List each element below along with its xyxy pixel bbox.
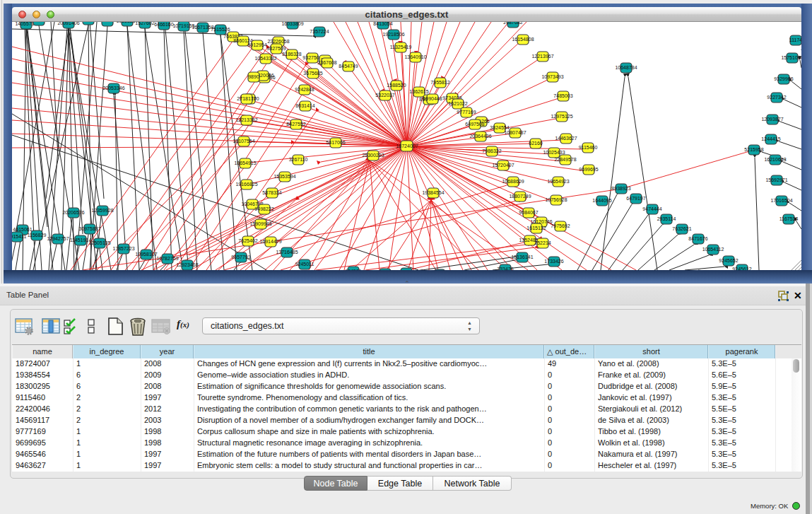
svg-text:15720407: 15720407 — [492, 163, 514, 168]
svg-text:11325419: 11325419 — [390, 45, 412, 49]
svg-text:6479197: 6479197 — [626, 196, 645, 201]
svg-text:1167534: 1167534 — [779, 216, 799, 221]
svg-text:5322037: 5322037 — [375, 93, 394, 98]
svg-text:17016504: 17016504 — [770, 198, 792, 203]
svg-text:6497508: 6497508 — [465, 122, 484, 127]
svg-text:2935114: 2935114 — [657, 216, 676, 221]
svg-text:19384554: 19384554 — [422, 190, 444, 195]
svg-text:10025433: 10025433 — [543, 150, 565, 155]
svg-text:9115460: 9115460 — [579, 145, 598, 150]
svg-text:10688609: 10688609 — [502, 179, 524, 184]
svg-text:18724007: 18724007 — [396, 144, 418, 148]
svg-text:7625402: 7625402 — [238, 238, 257, 243]
svg-text:3267110: 3267110 — [289, 157, 308, 162]
svg-text:3824554: 3824554 — [490, 125, 509, 130]
svg-text:2687682: 2687682 — [503, 22, 522, 25]
svg-text:16154808: 16154808 — [512, 37, 534, 42]
svg-text:1615132: 1615132 — [526, 226, 546, 230]
svg-text:8413054: 8413054 — [373, 22, 392, 26]
svg-text:16210643: 16210643 — [764, 157, 786, 162]
svg-text:8031414: 8031414 — [295, 103, 314, 108]
svg-text:10958107: 10958107 — [135, 252, 157, 257]
svg-text:15692971: 15692971 — [765, 177, 787, 182]
svg-text:15751074: 15751074 — [781, 55, 801, 60]
svg-text:16033809: 16033809 — [281, 22, 303, 26]
svg-text:7515526: 7515526 — [211, 27, 230, 32]
svg-text:12093877: 12093877 — [761, 117, 783, 122]
svg-text:252214: 252214 — [534, 240, 551, 245]
svg-text:2367608: 2367608 — [317, 60, 336, 65]
svg-text:20053346: 20053346 — [102, 86, 124, 90]
svg-text:1244415: 1244415 — [761, 136, 780, 141]
svg-text:10756928: 10756928 — [545, 197, 567, 202]
svg-text:7955812: 7955812 — [430, 80, 449, 85]
svg-text:1588520: 1588520 — [387, 83, 406, 88]
svg-text:62160: 62160 — [529, 141, 543, 146]
svg-text:30975887: 30975887 — [78, 226, 100, 231]
svg-text:12975125: 12975125 — [551, 114, 572, 119]
svg-text:19218506: 19218506 — [382, 32, 404, 37]
svg-text:20364436: 20364436 — [469, 134, 491, 139]
svg-text:10543382: 10543382 — [254, 56, 276, 61]
svg-text:1527602: 1527602 — [135, 22, 154, 25]
svg-text:8186328: 8186328 — [282, 52, 301, 57]
svg-text:9657791: 9657791 — [231, 255, 250, 259]
svg-text:22849578: 22849578 — [554, 157, 576, 162]
svg-text:17857223: 17857223 — [112, 246, 134, 251]
svg-text:5215958: 5215958 — [744, 147, 763, 152]
svg-text:12213382: 12213382 — [235, 117, 257, 122]
svg-text:9474444: 9474444 — [642, 206, 661, 211]
svg-text:9245652: 9245652 — [719, 258, 738, 263]
svg-text:8454749: 8454749 — [339, 64, 358, 69]
svg-text:924501: 924501 — [345, 269, 361, 270]
svg-text:20091406: 20091406 — [57, 22, 79, 25]
svg-text:10807487: 10807487 — [504, 130, 526, 135]
svg-text:23226058: 23226058 — [267, 39, 289, 44]
svg-text:9329966: 9329966 — [774, 76, 793, 81]
svg-text:12213967: 12213967 — [531, 54, 553, 59]
svg-text:2718170: 2718170 — [237, 96, 256, 101]
svg-text:20206576: 20206576 — [62, 210, 84, 215]
svg-text:14463627: 14463627 — [555, 136, 577, 141]
svg-text:9699695: 9699695 — [579, 167, 598, 172]
svg-text:7632621: 7632621 — [672, 226, 691, 231]
svg-text:1362615: 1362615 — [409, 89, 428, 94]
svg-text:1733426: 1733426 — [544, 259, 563, 264]
svg-text:10648784: 10648784 — [615, 65, 637, 70]
svg-text:9777169: 9777169 — [457, 110, 476, 115]
svg-text:1621022: 1621022 — [448, 101, 467, 106]
svg-text:9227342: 9227342 — [767, 95, 786, 100]
svg-text:7357224: 7357224 — [310, 29, 329, 34]
svg-text:16914479: 16914479 — [259, 239, 281, 244]
svg-text:15353594: 15353594 — [273, 174, 295, 179]
svg-text:3915411: 3915411 — [12, 234, 26, 239]
svg-text:12505135: 12505135 — [88, 240, 110, 245]
svg-text:9245612: 9245612 — [732, 267, 751, 270]
svg-text:19166825: 19166825 — [235, 182, 257, 187]
svg-text:9245011: 9245011 — [295, 262, 314, 267]
svg-text:8471676: 8471676 — [688, 236, 707, 241]
svg-text:4615061: 4615061 — [13, 227, 32, 232]
svg-text:18807249: 18807249 — [509, 194, 531, 199]
svg-text:18107554: 18107554 — [233, 139, 254, 144]
svg-text:13640910: 13640910 — [404, 54, 426, 59]
svg-text:9242848: 9242848 — [295, 87, 314, 92]
svg-text:11174: 11174 — [789, 37, 801, 42]
svg-text:8912954: 8912954 — [247, 42, 266, 47]
svg-text:7975692: 7975692 — [551, 223, 570, 228]
svg-text:9498222: 9498222 — [254, 206, 273, 211]
svg-text:9890: 9890 — [248, 74, 259, 79]
svg-text:3675685: 3675685 — [303, 71, 322, 76]
svg-text:9084067: 9084067 — [519, 210, 538, 215]
svg-text:8427552: 8427552 — [286, 122, 305, 127]
svg-text:6466160: 6466160 — [154, 22, 173, 27]
svg-text:18654915: 18654915 — [234, 160, 256, 165]
svg-text:8938923: 8938923 — [611, 186, 630, 191]
svg-text:10654112: 10654112 — [702, 247, 724, 252]
svg-text:1156829: 1156829 — [28, 233, 47, 238]
svg-text:733426: 733426 — [497, 267, 513, 270]
svg-text:25300293: 25300293 — [362, 153, 384, 158]
svg-text:15909948: 15909948 — [249, 221, 271, 226]
svg-text:6990448: 6990448 — [423, 96, 442, 101]
svg-text:12359928: 12359928 — [91, 208, 113, 213]
